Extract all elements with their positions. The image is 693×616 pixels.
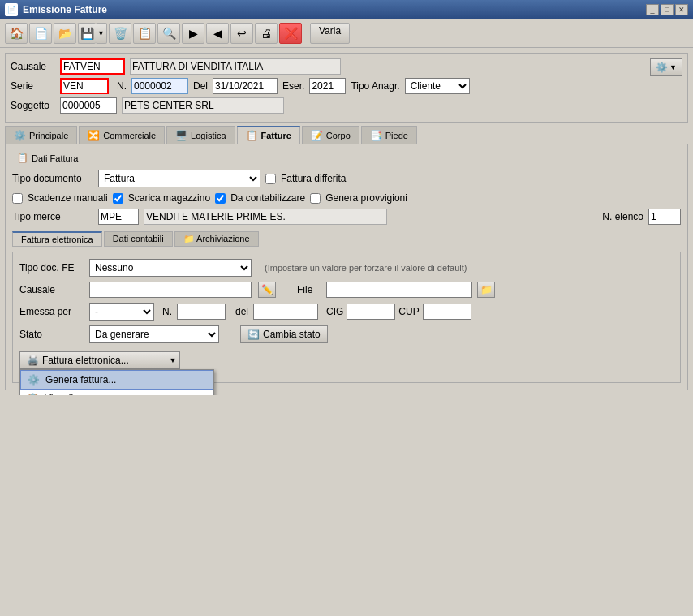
del-label: Del [193,80,208,92]
tipo-documento-select[interactable]: Fattura Nota credito Nota debito [98,170,260,187]
stato-select[interactable]: Da generare Generata Inviata [89,325,219,343]
refresh-button[interactable]: ↩ [230,23,253,44]
serie-label: Serie [11,80,55,92]
back-button[interactable]: ◀ [206,23,229,44]
menu-item-genera-fattura[interactable]: ⚙️ Genera fattura... [20,370,213,390]
corpo-icon: 📝 [311,130,323,141]
tab-principale[interactable]: ⚙️ Principale [5,126,77,144]
genera-fattura-icon: ⚙️ [28,374,41,386]
scarica-magazzino-checkbox[interactable] [113,193,123,204]
esercizio-input[interactable] [309,78,346,94]
settings-gear-button[interactable]: ⚙️ ▼ [650,58,682,76]
causale-label: Causale [11,61,55,72]
tipo-doc-fe-select[interactable]: Nessuno [89,259,252,277]
fattura-elettronica-btn-icon: 🖨️ [27,355,39,366]
tab-content-panel: 📋 Dati Fattura Tipo documento Fattura No… [5,144,688,390]
cambia-stato-icon: 🔄 [248,329,260,340]
serie-input[interactable] [60,78,109,94]
file-label: File [297,284,321,295]
save-button[interactable]: 💾 [78,23,96,44]
title-bar: 📄 Emissione Fatture _ □ ✕ [0,0,693,19]
tab-corpo-label: Corpo [326,131,351,140]
maximize-button[interactable]: ✕ [675,4,688,15]
close-button[interactable]: ❌ [279,23,302,44]
tab-logistica[interactable]: 🖥️ Logistica [166,126,235,144]
n-fe-input[interactable] [177,304,226,320]
file-input[interactable] [326,282,472,298]
tab-dati-contabili[interactable]: Dati contabili [104,231,173,247]
causale-input[interactable] [60,58,125,75]
file-browse-button[interactable]: 📁 [477,282,495,298]
tipo-merce-input[interactable] [98,209,139,225]
cig-input[interactable] [346,304,395,320]
archiviazione-icon: 📁 [183,234,195,243]
tab-piede[interactable]: 📑 Piede [361,126,417,144]
tab-fattura-elettronica[interactable]: Fattura elettronica [12,231,102,247]
cup-label: CUP [398,306,419,317]
tipoanagr-select[interactable]: Cliente [405,78,470,94]
forward-button[interactable]: ▶ [182,23,204,44]
new-button[interactable]: 📄 [29,23,52,44]
causale-fe-input[interactable] [89,282,252,298]
scadenze-manuali-checkbox[interactable] [12,193,23,204]
visualizza-icon: 📋 [27,393,40,395]
save-dropdown-arrow[interactable]: ▼ [96,23,107,44]
default-note: (Impostare un valore per forzare il valo… [265,263,467,273]
varia-button[interactable]: Varia [310,23,350,44]
emessa-per-select[interactable]: - [89,303,154,321]
open-button[interactable]: 📂 [54,23,76,44]
delete-button[interactable]: 🗑️ [109,23,131,44]
numero-input[interactable] [131,78,188,94]
tab-archiviazione-label: Archiviazione [196,234,249,243]
data-input[interactable] [213,78,278,94]
app-icon: 📄 [5,3,18,16]
cambia-stato-label: Cambia stato [263,329,321,340]
scadenze-manuali-label: Scadenze manuali [28,192,108,204]
home-button[interactable]: 🏠 [5,23,28,44]
soggetto-label[interactable]: Soggetto [11,100,55,111]
restore-button[interactable]: □ [661,4,674,15]
minimize-button[interactable]: _ [646,4,659,15]
cup-input[interactable] [423,304,471,320]
tab-corpo[interactable]: 📝 Corpo [302,126,359,144]
causale-desc-input [130,58,341,75]
scarica-magazzino-label: Scarica magazzino [128,192,210,204]
commerciale-icon: 🔀 [88,130,100,141]
del-fe-input[interactable] [253,304,318,320]
copy-button[interactable]: 📋 [133,23,156,44]
fattura-elettronica-btn-label: Fattura elettronica... [42,355,129,366]
logistica-icon: 🖥️ [175,130,187,141]
causale-edit-button[interactable]: ✏️ [258,282,276,298]
tab-logistica-label: Logistica [191,131,226,140]
fattura-elettronica-dropdown-container: 🖨️ Fattura elettronica... ▼ [19,351,180,369]
n-fe-label: N. [162,306,172,317]
del-fe-label: del [235,306,248,317]
genera-provvigioni-checkbox[interactable] [310,193,321,204]
piede-icon: 📑 [370,130,382,141]
n-label: N. [117,80,127,92]
gear-dropdown-arrow: ▼ [669,63,677,71]
fattura-differita-checkbox[interactable] [265,174,276,184]
genera-fattura-label: Genera fattura... [45,374,116,386]
search-button[interactable]: 🔍 [157,23,180,44]
tab-archiviazione[interactable]: 📁 Archiviazione [174,231,259,247]
tab-fattura-elettronica-label: Fattura elettronica [21,235,93,244]
cambia-stato-button[interactable]: 🔄 Cambia stato [240,325,328,343]
n-elenco-input[interactable] [648,209,681,225]
soggetto-input[interactable] [60,97,117,114]
menu-item-visualizza[interactable]: 📋 Visualizza [20,390,213,395]
eser-label: Eser. [282,80,304,92]
main-content: ⚙️ ▼ Causale Serie N. Del Eser. Tipo Ana… [0,48,693,395]
fattura-elettronica-dropdown-arrow[interactable]: ▼ [166,351,180,369]
n-elenco-label: N. elenco [602,211,644,222]
tab-commerciale[interactable]: 🔀 Commerciale [79,126,165,144]
fattura-elettronica-main-button[interactable]: 🖨️ Fattura elettronica... [19,351,166,369]
tab-fatture[interactable]: 📋 Fatture [237,126,300,144]
print-button[interactable]: 🖨 [255,23,278,44]
fatture-icon: 📋 [246,130,258,141]
da-contabilizzare-checkbox[interactable] [215,193,226,204]
stato-label: Stato [19,329,84,340]
cig-label: CIG [326,306,343,317]
gear-icon: ⚙️ [656,62,668,73]
tipo-merce-desc-input [144,209,387,225]
